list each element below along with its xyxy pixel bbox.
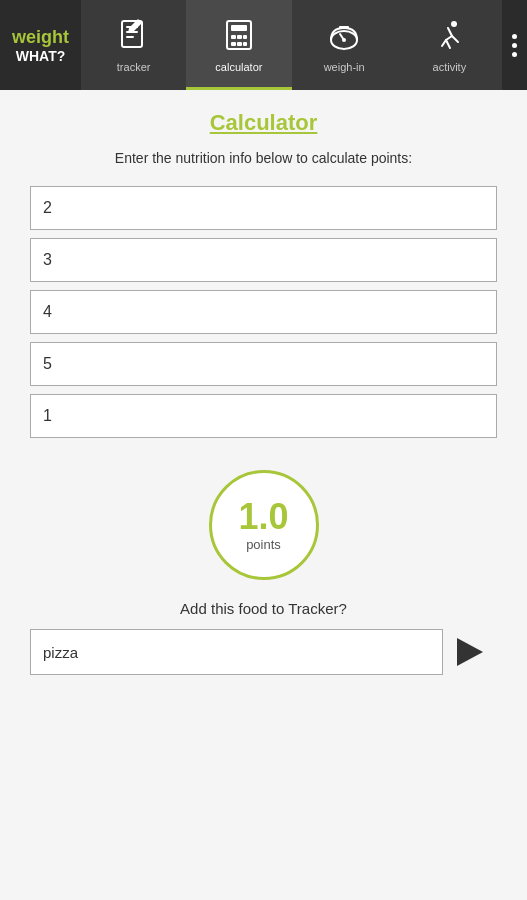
tab-activity[interactable]: activity — [397, 0, 502, 90]
activity-icon — [432, 18, 466, 57]
points-circle: 1.0 points — [209, 470, 319, 580]
svg-point-12 — [451, 21, 457, 27]
food-name-input[interactable] — [30, 629, 443, 675]
add-food-label: Add this food to Tracker? — [30, 600, 497, 617]
tab-tracker[interactable]: tracker — [81, 0, 186, 90]
calculator-label: calculator — [215, 61, 262, 73]
main-content: Calculator Enter the nutrition info belo… — [0, 90, 527, 695]
nutrition-input-5[interactable] — [30, 394, 497, 438]
svg-rect-7 — [237, 42, 242, 46]
menu-button[interactable] — [502, 0, 527, 90]
brand-what: WHAT? — [16, 48, 66, 64]
tracker-label: tracker — [117, 61, 151, 73]
nutrition-input-4[interactable] — [30, 342, 497, 386]
send-arrow-icon — [457, 638, 483, 666]
brand-logo: weight WHAT? — [0, 0, 81, 90]
instruction-text: Enter the nutrition info below to calcul… — [30, 150, 497, 166]
nutrition-input-2[interactable] — [30, 238, 497, 282]
nutrition-input-1[interactable] — [30, 186, 497, 230]
three-dots-icon — [512, 34, 517, 57]
tab-weigh-in[interactable]: weigh-in — [292, 0, 397, 90]
brand-weight: weight — [12, 27, 69, 48]
svg-rect-8 — [243, 42, 247, 46]
svg-point-10 — [342, 38, 346, 42]
page-title: Calculator — [30, 110, 497, 136]
svg-rect-4 — [237, 35, 242, 39]
tracker-icon — [117, 18, 151, 57]
nav-bar: weight WHAT? tracker — [0, 0, 527, 90]
activity-label: activity — [433, 61, 467, 73]
weighin-label: weigh-in — [324, 61, 365, 73]
calculator-icon — [222, 18, 256, 57]
nav-tabs: tracker calculator — [81, 0, 502, 90]
svg-rect-11 — [339, 26, 349, 29]
svg-rect-5 — [243, 35, 247, 39]
send-button[interactable] — [443, 629, 497, 675]
points-label: points — [246, 537, 281, 552]
points-value: 1.0 — [238, 499, 288, 535]
svg-rect-6 — [231, 42, 236, 46]
points-display: 1.0 points — [30, 470, 497, 580]
weighin-icon — [327, 18, 361, 57]
svg-rect-3 — [231, 35, 236, 39]
nutrition-input-3[interactable] — [30, 290, 497, 334]
add-food-row — [30, 629, 497, 675]
svg-rect-2 — [231, 25, 247, 31]
tab-calculator[interactable]: calculator — [186, 0, 291, 90]
